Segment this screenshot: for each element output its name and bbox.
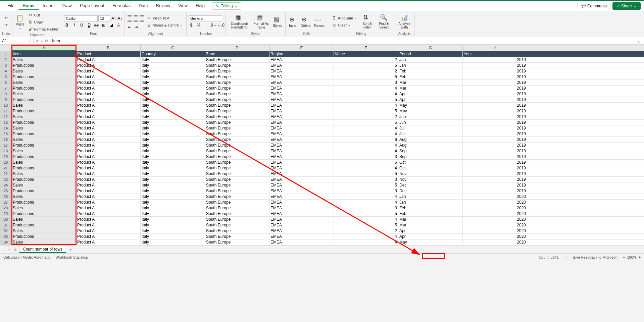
header-cell[interactable]: Zone: [205, 51, 269, 57]
data-cell[interactable]: 2019: [463, 97, 527, 103]
data-cell[interactable]: Jan: [398, 57, 463, 63]
data-cell[interactable]: Italy: [141, 194, 205, 200]
data-cell[interactable]: Italy: [141, 103, 205, 108]
wrap-text-button[interactable]: ↩Wrap Text: [145, 15, 184, 21]
data-cell[interactable]: Jan: [398, 194, 463, 200]
row-header[interactable]: 31: [0, 222, 12, 228]
font-size-input[interactable]: [98, 15, 110, 21]
data-cell[interactable]: Product A: [76, 228, 141, 234]
header-cell[interactable]: Product: [76, 51, 141, 57]
status-feedback[interactable]: Give Feedback to Microsoft: [573, 255, 617, 259]
data-cell[interactable]: 2019: [463, 114, 527, 120]
data-cell[interactable]: 2: [334, 68, 398, 74]
border-button[interactable]: ⊞: [101, 22, 106, 28]
delete-cells-button[interactable]: ⊖Delete: [299, 15, 312, 28]
data-cell[interactable]: Oct: [398, 165, 463, 171]
data-cell[interactable]: Italy: [141, 228, 205, 234]
data-cell[interactable]: 2019: [463, 68, 527, 74]
row-header[interactable]: 8: [0, 91, 12, 97]
data-cell[interactable]: South Europe: [205, 154, 269, 160]
accept-formula-icon[interactable]: ✓: [40, 39, 44, 43]
undo-button[interactable]: ↶: [2, 15, 10, 21]
data-cell[interactable]: EMEA: [269, 86, 334, 91]
add-sheet-button[interactable]: +: [67, 247, 74, 252]
header-cell[interactable]: Item: [12, 51, 76, 57]
data-cell[interactable]: Sales: [12, 217, 76, 222]
data-cell[interactable]: 2019: [463, 63, 527, 68]
percent-button[interactable]: %: [196, 22, 201, 28]
underline-button[interactable]: U: [79, 22, 84, 28]
find-select-button[interactable]: 🔍Find & Select: [376, 13, 392, 30]
data-cell[interactable]: Product A: [76, 97, 141, 103]
data-cell[interactable]: 2019: [463, 171, 527, 177]
data-cell[interactable]: Mar: [398, 222, 463, 228]
data-cell[interactable]: Italy: [141, 171, 205, 177]
data-cell[interactable]: Sales: [12, 80, 76, 86]
data-cell[interactable]: Italy: [141, 63, 205, 68]
data-cell[interactable]: Product A: [76, 125, 141, 131]
data-cell[interactable]: 4: [334, 217, 398, 222]
data-cell[interactable]: EMEA: [269, 143, 334, 148]
data-cell[interactable]: Product A: [76, 91, 141, 97]
data-cell[interactable]: Productions: [12, 200, 76, 205]
data-cell[interactable]: Italy: [141, 217, 205, 222]
data-cell[interactable]: Italy: [141, 68, 205, 74]
data-cell[interactable]: Italy: [141, 137, 205, 143]
row-header[interactable]: 18: [0, 148, 12, 154]
data-cell[interactable]: Italy: [141, 91, 205, 97]
data-cell[interactable]: Italy: [141, 222, 205, 228]
data-cell[interactable]: South Europe: [205, 68, 269, 74]
status-count[interactable]: Count: 3241: [539, 255, 559, 259]
row-header[interactable]: 15: [0, 131, 12, 137]
comments-button[interactable]: Comments: [578, 2, 610, 10]
copy-button[interactable]: ⎘Copy: [27, 19, 60, 25]
data-cell[interactable]: Italy: [141, 86, 205, 91]
menu-item-page-layout[interactable]: Page Layout: [76, 2, 108, 10]
row-header[interactable]: 22: [0, 171, 12, 177]
zoom-in-button[interactable]: +: [639, 255, 641, 259]
row-header[interactable]: 10: [0, 103, 12, 108]
format-cells-button[interactable]: ▭Format: [312, 15, 326, 28]
data-cell[interactable]: EMEA: [269, 222, 334, 228]
data-cell[interactable]: EMEA: [269, 154, 334, 160]
data-cell[interactable]: Product A: [76, 222, 141, 228]
data-cell[interactable]: 6: [334, 160, 398, 165]
data-cell[interactable]: EMEA: [269, 97, 334, 103]
tab-nav-prev[interactable]: ‹: [2, 247, 6, 252]
zoom-level[interactable]: 100%: [627, 255, 636, 259]
data-cell[interactable]: Productions: [12, 131, 76, 137]
sheet-tab-active[interactable]: Count number of rows: [19, 246, 66, 253]
row-header[interactable]: 7: [0, 86, 12, 91]
data-cell[interactable]: EMEA: [269, 182, 334, 188]
data-cell[interactable]: Product A: [76, 194, 141, 200]
data-cell[interactable]: 2: [334, 228, 398, 234]
data-cell[interactable]: Apr: [398, 234, 463, 239]
data-cell[interactable]: Productions: [12, 86, 76, 91]
data-cell[interactable]: Italy: [141, 165, 205, 171]
row-header[interactable]: 19: [0, 154, 12, 160]
data-cell[interactable]: South Europe: [205, 200, 269, 205]
data-cell[interactable]: Sales: [12, 205, 76, 211]
data-cell[interactable]: EMEA: [269, 114, 334, 120]
data-cell[interactable]: EMEA: [269, 171, 334, 177]
data-cell[interactable]: 4: [334, 103, 398, 108]
clear-button[interactable]: ◇Clear⌄: [330, 22, 358, 29]
header-cell[interactable]: Region: [269, 51, 334, 57]
column-header-h[interactable]: H: [463, 45, 527, 51]
row-header[interactable]: 1: [0, 51, 12, 57]
data-cell[interactable]: Product A: [76, 148, 141, 154]
data-cell[interactable]: 5: [334, 63, 398, 68]
data-cell[interactable]: Italy: [141, 131, 205, 137]
row-header[interactable]: 24: [0, 182, 12, 188]
data-cell[interactable]: 5: [334, 182, 398, 188]
data-cell[interactable]: Productions: [12, 143, 76, 148]
menu-item-file[interactable]: File: [3, 2, 18, 10]
data-cell[interactable]: Product A: [76, 108, 141, 114]
font-name-input[interactable]: [64, 15, 98, 21]
data-cell[interactable]: Product A: [76, 182, 141, 188]
fx-icon[interactable]: fx: [45, 39, 48, 43]
data-cell[interactable]: Productions: [12, 234, 76, 239]
data-cell[interactable]: Aug: [398, 137, 463, 143]
column-header-blank[interactable]: [527, 45, 644, 51]
data-cell[interactable]: South Europe: [205, 137, 269, 143]
